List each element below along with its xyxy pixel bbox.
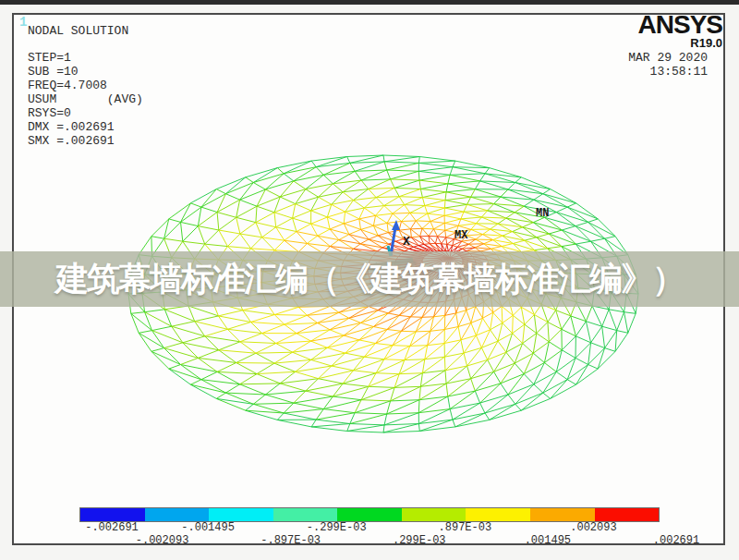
datetime-block: MAR 29 2020 13:58:11 — [628, 51, 708, 79]
colorbar — [79, 507, 660, 522]
plot-number: 1 — [19, 15, 27, 30]
colorbar-segment — [145, 508, 210, 521]
time-label: 13:58:11 — [628, 65, 708, 79]
solution-line: USUM (AVG) — [28, 92, 143, 106]
colorbar-segment — [530, 508, 595, 521]
min-node-label: MN — [536, 207, 549, 220]
solution-line: RSYS=0 — [28, 106, 143, 120]
solution-line: SUB =10 — [28, 65, 143, 79]
colorbar-segment — [466, 508, 530, 521]
watermark-text: 建筑幕墙标准汇编（《建筑幕墙标准汇编》） — [55, 257, 684, 302]
colorbar-segment — [209, 508, 273, 521]
colorbar-segment — [595, 508, 660, 521]
solution-lines: STEP=1SUB =10FREQ=4.7008USUM (AVG)RSYS=0… — [28, 51, 143, 148]
colorbar-segment — [273, 508, 338, 521]
ansys-logo: ANSYS R19.0 — [638, 13, 722, 50]
date-label: MAR 29 2020 — [628, 51, 708, 65]
colorbar-segment — [402, 508, 466, 521]
max-node-label: MX — [454, 229, 467, 242]
colorbar-segment — [337, 508, 402, 521]
solution-title: NODAL SOLUTION — [28, 24, 128, 38]
ansys-version: R19.0 — [638, 37, 722, 50]
solution-line: FREQ=4.7008 — [28, 79, 143, 92]
watermark-band: 建筑幕墙标准汇编（《建筑幕墙标准汇编》） — [0, 251, 739, 307]
solution-line: DMX =.002691 — [28, 120, 143, 134]
x-axis-label: X — [403, 235, 410, 249]
solution-line: SMX =.002691 — [28, 134, 143, 148]
colorbar-segment — [80, 508, 145, 521]
solution-line: STEP=1 — [28, 51, 143, 65]
ansys-window: 1 NODAL SOLUTION STEP=1SUB =10FREQ=4.700… — [0, 0, 739, 560]
ansys-logo-text: ANSYS — [638, 13, 722, 37]
